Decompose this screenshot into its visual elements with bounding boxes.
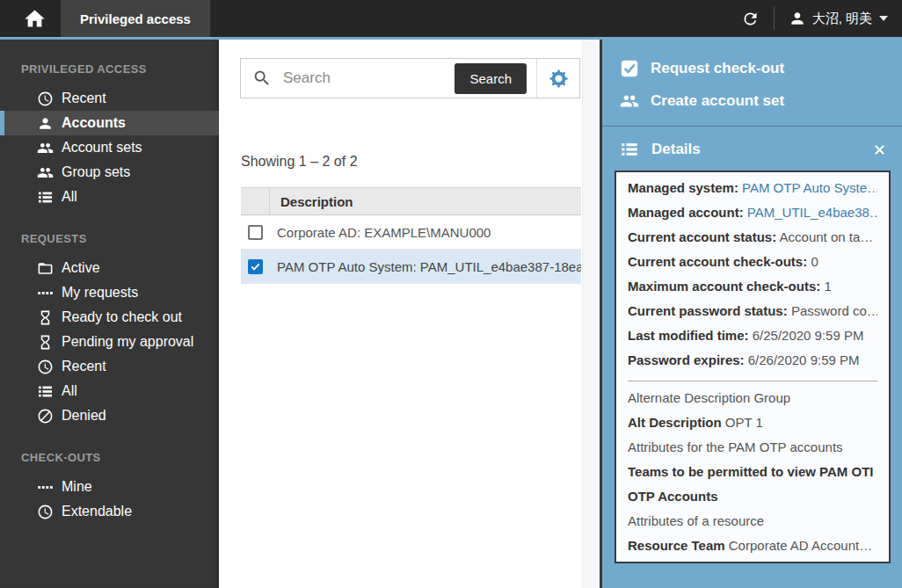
clock-icon	[37, 91, 54, 107]
detail-row: Current account status: Account on ta…	[628, 225, 877, 250]
sidebar-item-label: Accounts	[62, 115, 126, 131]
sidebar-item-my-requests[interactable]: My requests	[0, 280, 219, 305]
detail-row: OTP Accounts	[628, 484, 877, 509]
search-icon	[252, 69, 272, 88]
description-column-header[interactable]: Description	[270, 188, 353, 214]
details-card: Managed system: PAM OTP Auto Syste… Mana…	[615, 171, 891, 563]
results-count: Showing 1 – 2 of 2	[241, 154, 358, 170]
users-icon	[620, 91, 639, 111]
detail-row: Managed account: PAM_UTIL_e4bae38…	[628, 200, 877, 225]
sidebar-item-account-sets[interactable]: Account sets	[0, 135, 219, 160]
sidebar-item-label: Group sets	[62, 164, 130, 180]
row-description: Corporate AD: EXAMPLE\MANU000	[277, 225, 491, 240]
user-icon	[37, 115, 54, 132]
search-bar: Search	[240, 58, 580, 98]
detail-row: Maximum account check-outs: 1	[628, 274, 877, 299]
sidebar-item-label: Recent	[62, 91, 106, 106]
sidebar-item-label: All	[62, 189, 77, 205]
sidebar-item-accounts[interactable]: Accounts	[0, 111, 219, 135]
sidebar-item-recent[interactable]: Recent	[0, 86, 219, 111]
row-checkbox-checked[interactable]	[248, 259, 263, 274]
sidebar-item-requests-all[interactable]: All	[0, 379, 219, 403]
detail-row: Last modified time: 6/25/2020 9:59 PM	[628, 323, 877, 348]
details-header: Details	[602, 128, 902, 171]
sidebar-item-active[interactable]: Active	[0, 256, 219, 280]
sidebar-item-label: Ready to check out	[62, 309, 182, 325]
table-header: Description	[241, 187, 581, 215]
list-icon	[620, 140, 639, 159]
checkbox-column-header	[241, 188, 270, 214]
section-title-check-outs: CHECK-OUTS	[21, 451, 219, 464]
detail-row: Attributes for the PAM OTP accounts	[628, 435, 877, 460]
detail-row: Alt Description OPT 1	[628, 410, 877, 435]
table-row[interactable]: Corporate AD: EXAMPLE\MANU000	[241, 215, 581, 250]
accounts-table: Description Corporate AD: EXAMPLE\MANU00…	[241, 187, 581, 284]
sidebar-item-requests-recent[interactable]: Recent	[0, 354, 219, 379]
action-label: Request check-out	[651, 60, 784, 77]
detail-row: Current account check-outs: 0	[628, 250, 877, 274]
ellipsis-icon	[37, 285, 54, 301]
sidebar-item-group-sets[interactable]: Group sets	[0, 160, 219, 185]
managed-account-link[interactable]: PAM_UTIL_e4bae38…	[747, 205, 877, 220]
denied-icon	[37, 408, 54, 425]
sidebar-item-label: Account sets	[62, 140, 142, 156]
details-title: Details	[651, 141, 701, 158]
search-settings-button[interactable]	[536, 59, 579, 98]
scrollbar-track[interactable]	[582, 40, 600, 588]
tab-privileged-access[interactable]: Privileged access	[61, 0, 210, 37]
managed-system-link[interactable]: PAM OTP Auto Syste…	[742, 180, 877, 195]
gear-icon	[549, 69, 569, 89]
clock-icon	[37, 359, 54, 375]
top-bar: Privileged access 大沼, 明美	[0, 0, 902, 40]
table-row[interactable]: PAM OTP Auto System: PAM_UTIL_e4bae387-1…	[241, 250, 581, 284]
sidebar-item-label: All	[62, 383, 77, 399]
sidebar-item-denied[interactable]: Denied	[0, 403, 219, 428]
chevron-down-icon	[879, 16, 888, 21]
sidebar-item-label: Pending my approval	[62, 334, 193, 350]
sidebar-item-extendable[interactable]: Extendable	[0, 499, 219, 524]
create-account-set-button[interactable]: Create account set	[602, 84, 902, 117]
detail-row: Attributes of a resource	[628, 509, 877, 534]
detail-row: Resource Team Corporate AD Account…	[628, 534, 877, 558]
clock-icon	[37, 504, 54, 520]
hourglass-icon	[37, 334, 54, 351]
hourglass-icon	[37, 309, 54, 326]
user-name: 大沼, 明美	[812, 11, 872, 27]
close-icon[interactable]	[872, 142, 887, 157]
detail-row: Password expires: 6/26/2020 9:59 PM	[628, 348, 877, 373]
person-icon	[789, 10, 806, 27]
detail-row: Teams to be permitted to view PAM OTI	[628, 460, 877, 484]
action-label: Create account set	[651, 92, 784, 110]
topbar-divider	[774, 7, 775, 30]
section-title-requests: REQUESTS	[21, 232, 219, 245]
home-icon[interactable]	[23, 7, 47, 31]
sidebar-item-label: My requests	[62, 285, 138, 301]
detail-row: Managed system: PAM OTP Auto Syste…	[628, 176, 877, 200]
ellipsis-icon	[37, 479, 54, 496]
sidebar-item-label: Denied	[62, 408, 106, 424]
folder-open-icon	[37, 260, 54, 277]
user-menu[interactable]: 大沼, 明美	[789, 10, 888, 27]
search-input[interactable]	[281, 69, 455, 88]
search-button[interactable]: Search	[455, 63, 527, 94]
sidebar-item-ready-to-check-out[interactable]: Ready to check out	[0, 305, 219, 330]
sidebar-item-all[interactable]: All	[0, 185, 219, 209]
users-icon	[37, 140, 54, 156]
app-tab-label: Privileged access	[80, 11, 191, 26]
sidebar: PRIVILEGED ACCESS Recent Accounts Accoun…	[0, 40, 219, 588]
request-check-out-button[interactable]: Request check-out	[602, 52, 902, 84]
panel-divider	[602, 126, 902, 127]
sidebar-item-label: Extendable	[62, 504, 132, 519]
sidebar-item-mine[interactable]: Mine	[0, 475, 219, 499]
refresh-icon[interactable]	[741, 10, 760, 28]
detail-row: Alternate Description Group	[628, 386, 877, 410]
details-divider	[628, 381, 877, 381]
details-panel: Request check-out Create account set Det…	[600, 40, 902, 588]
sidebar-item-pending-my-approval[interactable]: Pending my approval	[0, 330, 219, 354]
row-checkbox-unchecked[interactable]	[248, 225, 263, 240]
sidebar-item-label: Recent	[62, 359, 106, 374]
section-title-privileged-access: PRIVILEGED ACCESS	[21, 62, 219, 76]
list-icon	[37, 383, 54, 400]
sidebar-item-label: Active	[62, 260, 100, 276]
list-icon	[37, 189, 54, 206]
